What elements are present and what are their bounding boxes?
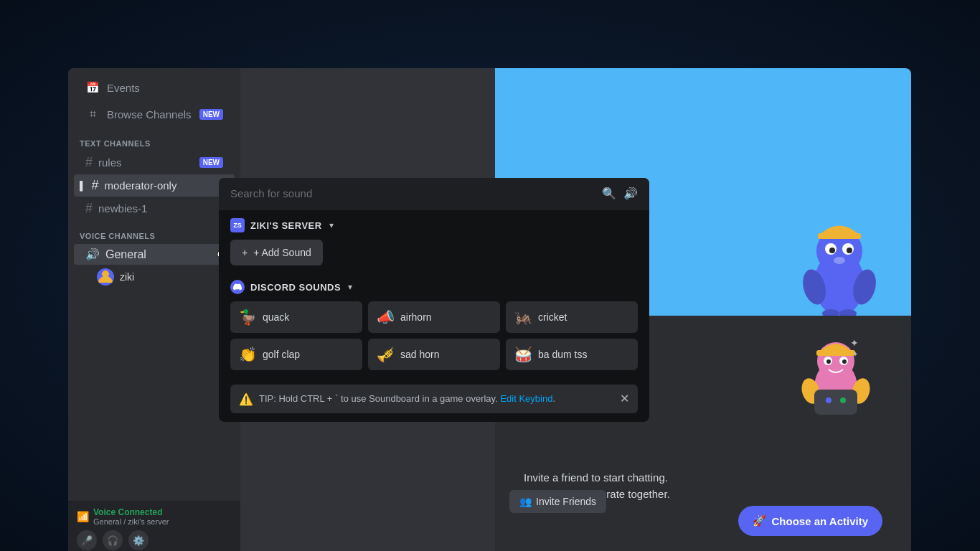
sidebar-item-browse-channels[interactable]: ⌗ Browse Channels NEW <box>74 101 235 127</box>
discord-logo-icon <box>230 280 245 294</box>
channel-rules-label: rules <box>98 156 122 169</box>
new-badge-rules: NEW <box>199 157 223 168</box>
svg-text:✦: ✦ <box>850 337 859 349</box>
sound-item-ba-dum-tss[interactable]: 🥁 ba dum tss <box>506 339 638 370</box>
add-sound-label: + Add Sound <box>253 247 311 258</box>
channel-item-moderator-only[interactable]: ▌ # moderator-only <box>74 174 235 197</box>
sounds-header: DISCORD SOUNDS ▾ <box>230 280 638 294</box>
cricket-label: cricket <box>538 311 567 323</box>
server-header: ZS ZIKI'S SERVER ▾ <box>230 218 638 232</box>
invite-friends-button[interactable]: 👥 Invite Friends <box>509 490 606 513</box>
sound-item-sad-horn[interactable]: 🎺 sad horn <box>368 339 500 370</box>
svg-point-7 <box>834 257 845 264</box>
cricket-emoji: 🦗 <box>514 309 532 326</box>
choose-activity-label: Choose an Activity <box>772 515 868 527</box>
server-badge: ZS <box>230 218 245 232</box>
channel-moderator-label: moderator-only <box>105 179 177 192</box>
ba-dum-tss-emoji: 🥁 <box>514 346 532 363</box>
airhorn-label: airhorn <box>400 311 432 323</box>
hash-icon: ⌗ <box>85 107 100 121</box>
channel-newbies-label: newbies-1 <box>98 202 147 215</box>
sound-item-cricket[interactable]: 🦗 cricket <box>506 301 638 333</box>
airhorn-emoji: 📣 <box>377 309 395 326</box>
rocket-icon: 🚀 <box>753 514 766 527</box>
hash-icon-newbies: # <box>85 201 93 216</box>
sad-horn-emoji: 🎺 <box>377 346 395 363</box>
pink-character: ✦ ✦ <box>796 326 875 420</box>
discord-character <box>796 204 882 316</box>
choose-activity-button[interactable]: 🚀 Choose an Activity <box>738 506 882 536</box>
text-channels-header: TEXT CHANNELS <box>68 128 240 151</box>
voice-channel-general[interactable]: 🔊 General 💬 <box>74 244 235 265</box>
invite-text-1: Invite a friend to start chatting. <box>524 471 668 484</box>
hash-icon-moderator: # <box>92 178 99 193</box>
sound-search-input[interactable] <box>230 187 595 199</box>
invite-friends-label: Invite Friends <box>536 496 596 507</box>
active-indicator: ▌ <box>80 181 86 191</box>
discord-sounds-chevron: ▾ <box>348 282 352 292</box>
plus-icon: + <box>242 247 248 258</box>
voice-server-label: General / ziki's server <box>93 517 169 526</box>
sad-horn-label: sad horn <box>400 349 439 360</box>
tip-banner: ⚠️ TIP: Hold CTRL + ` to use Soundboard … <box>230 385 638 413</box>
sidebar: 📅 Events ⌗ Browse Channels NEW TEXT CHAN… <box>68 68 240 551</box>
golf-clap-label: golf clap <box>263 349 300 360</box>
headphone-icon-btn[interactable]: 🎧 <box>103 530 123 550</box>
server-name-label: ZIKI'S SERVER <box>250 220 322 231</box>
voice-channels-header: VOICE CHANNELS <box>68 220 240 243</box>
events-icon: 📅 <box>85 80 100 95</box>
discord-sounds-label: DISCORD SOUNDS <box>250 282 341 293</box>
microphone-icon-btn[interactable]: 🎤 <box>77 530 97 550</box>
warning-icon: ⚠️ <box>239 392 253 406</box>
search-icon: 🔍 <box>602 187 616 200</box>
sound-item-quack[interactable]: 🦆 quack <box>230 301 362 333</box>
speaker-icon: 🔊 <box>85 248 100 261</box>
add-sound-button[interactable]: + + Add Sound <box>230 240 323 265</box>
voice-channel-general-label: General <box>105 248 211 261</box>
svg-point-26 <box>840 397 846 403</box>
svg-rect-8 <box>818 233 861 239</box>
channel-item-newbies[interactable]: # newbies-1 <box>74 197 235 220</box>
sound-item-airhorn[interactable]: 📣 airhorn <box>368 301 500 333</box>
volume-icon: 🔊 <box>623 187 638 200</box>
signal-icon: 📶 <box>77 511 89 522</box>
people-icon: 👥 <box>519 496 532 507</box>
avatar-ziki <box>97 268 114 286</box>
svg-point-21 <box>842 359 847 364</box>
svg-rect-15 <box>816 350 855 356</box>
settings-icon-btn[interactable]: ⚙️ <box>128 530 149 550</box>
svg-point-6 <box>847 248 852 253</box>
quack-emoji: 🦆 <box>239 309 257 326</box>
svg-point-5 <box>829 248 835 253</box>
hash-icon-rules: # <box>85 155 93 170</box>
voice-user-ziki: ziki <box>68 265 240 288</box>
sounds-grid: 🦆 quack 📣 airhorn 🦗 cricket 👏 golf clap … <box>230 301 638 370</box>
tip-text: TIP: Hold CTRL + ` to use Soundboard in … <box>259 392 614 406</box>
voice-status-bar: 📶 Voice Connected General / ziki's serve… <box>68 501 240 551</box>
quack-label: quack <box>263 311 289 323</box>
sidebar-events-label: Events <box>107 82 140 94</box>
soundboard-search-bar: 🔍 🔊 <box>219 178 649 209</box>
svg-point-20 <box>826 359 831 364</box>
sound-item-golf-clap[interactable]: 👏 golf clap <box>230 339 362 370</box>
voice-connected-label: Voice Connected <box>93 507 169 517</box>
voice-user-name: ziki <box>120 271 134 283</box>
golf-clap-emoji: 👏 <box>239 346 257 363</box>
svg-text:✦: ✦ <box>852 350 858 358</box>
close-tip-button[interactable]: ✕ <box>620 392 629 405</box>
sidebar-item-events[interactable]: 📅 Events <box>74 75 235 100</box>
server-section: ZS ZIKI'S SERVER ▾ + + Add Sound <box>219 209 649 271</box>
channel-item-rules[interactable]: # rules NEW <box>74 151 235 174</box>
discord-sounds-section: DISCORD SOUNDS ▾ 🦆 quack 📣 airhorn 🦗 cri… <box>219 271 649 379</box>
chevron-down-icon: ▾ <box>329 220 334 230</box>
svg-rect-24 <box>814 390 857 415</box>
ba-dum-tss-label: ba dum tss <box>538 349 587 360</box>
edit-keybind-link[interactable]: Edit Keybind <box>500 393 552 404</box>
soundboard-modal: 🔍 🔊 ZS ZIKI'S SERVER ▾ + + Add Sound DIS… <box>219 178 649 422</box>
new-badge-browse: NEW <box>199 109 223 120</box>
sidebar-browse-label: Browse Channels <box>107 108 192 121</box>
svg-point-25 <box>826 397 831 403</box>
